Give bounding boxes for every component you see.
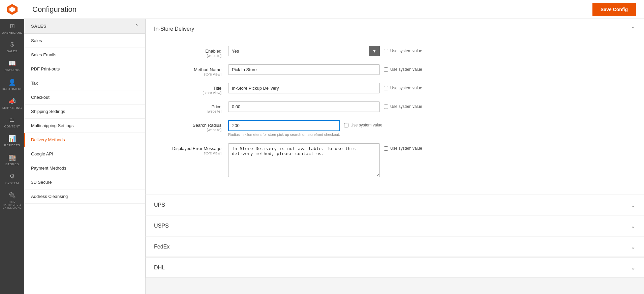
top-header: Configuration Save Config bbox=[24, 0, 644, 19]
search-radius-label: Search Radius [website] bbox=[154, 120, 228, 132]
ups-expand-icon: ⌄ bbox=[631, 201, 636, 209]
enabled-system-value: Use system value bbox=[384, 46, 422, 53]
method-name-system-value-checkbox[interactable] bbox=[384, 67, 388, 72]
fedex-expand-icon: ⌄ bbox=[631, 243, 636, 251]
enabled-control-wrap: Yes No ▼ Use system value bbox=[228, 46, 636, 56]
error-message-label: Displayed Error Message [store view] bbox=[154, 143, 228, 155]
enabled-label: Enabled [website] bbox=[154, 46, 228, 58]
nav-item-payment-methods[interactable]: Payment Methods bbox=[24, 161, 145, 175]
left-nav: SALES ⌃ Sales Sales Emails PDF Print-out… bbox=[24, 19, 146, 294]
reports-icon: 📊 bbox=[8, 135, 16, 142]
search-radius-hint: Radius in kilometers for store pick-up s… bbox=[228, 133, 340, 137]
price-system-value-checkbox[interactable] bbox=[384, 105, 388, 109]
error-message-system-value-label: Use system value bbox=[390, 146, 422, 151]
error-message-system-value: Use system value bbox=[384, 143, 422, 151]
sidebar-item-marketing-label: MARKETING bbox=[2, 106, 22, 110]
chevron-up-icon: ⌃ bbox=[135, 24, 139, 29]
usps-expand-icon: ⌄ bbox=[631, 222, 636, 230]
sidebar-item-catalog-label: CATALOG bbox=[4, 68, 20, 72]
dashboard-icon: ⊞ bbox=[10, 22, 15, 30]
sales-section-label: SALES bbox=[31, 24, 47, 29]
sidebar-item-system[interactable]: ⚙ SYSTEM bbox=[0, 169, 24, 188]
system-icon: ⚙ bbox=[9, 173, 15, 180]
fedex-section-header[interactable]: FedEx ⌄ bbox=[146, 237, 644, 257]
in-store-delivery-collapse-icon: ⌃ bbox=[631, 25, 636, 33]
sidebar-item-stores-label: STORES bbox=[5, 163, 19, 166]
sidebar-item-catalog[interactable]: 📖 CATALOG bbox=[0, 56, 24, 75]
sidebar-item-stores[interactable]: 🏬 STORES bbox=[0, 150, 24, 169]
error-message-label-main: Displayed Error Message bbox=[154, 146, 221, 151]
title-row: Title [store view] Use system value bbox=[154, 83, 636, 95]
nav-item-shipping-settings[interactable]: Shipping Settings bbox=[24, 105, 145, 119]
search-radius-input[interactable] bbox=[228, 120, 340, 131]
title-system-value: Use system value bbox=[384, 83, 422, 90]
ups-title: UPS bbox=[154, 202, 165, 208]
dhl-expand-icon: ⌄ bbox=[631, 264, 636, 271]
method-name-control-wrap: Use system value bbox=[228, 64, 636, 75]
nav-item-multishipping-settings[interactable]: Multishipping Settings bbox=[24, 119, 145, 133]
in-store-delivery-section: In-Store Delivery ⌃ Enabled [website] bbox=[146, 19, 644, 194]
save-config-button[interactable]: Save Config bbox=[592, 3, 636, 16]
sidebar-item-content-label: CONTENT bbox=[4, 125, 20, 128]
nav-item-pdf-printouts[interactable]: PDF Print-outs bbox=[24, 62, 145, 76]
method-name-input[interactable] bbox=[228, 64, 380, 75]
title-system-value-label: Use system value bbox=[390, 86, 422, 90]
nav-item-delivery-methods[interactable]: Delivery Methods bbox=[24, 133, 145, 147]
sidebar-item-find-partners[interactable]: 🔌 FIND PARTNERS & EXTENSIONS bbox=[0, 188, 24, 213]
error-message-system-value-checkbox[interactable] bbox=[384, 146, 388, 151]
title-system-value-checkbox[interactable] bbox=[384, 86, 388, 90]
dhl-title: DHL bbox=[154, 265, 165, 271]
sidebar-item-sales-label: SALES bbox=[7, 50, 18, 53]
ups-section-header[interactable]: UPS ⌄ bbox=[146, 195, 644, 215]
config-panel: In-Store Delivery ⌃ Enabled [website] bbox=[146, 19, 644, 294]
sidebar-item-dashboard[interactable]: ⊞ DASHBOARD bbox=[0, 19, 24, 38]
price-label: Price [website] bbox=[154, 101, 228, 113]
nav-item-address-cleansing[interactable]: Address Cleansing bbox=[24, 189, 145, 204]
in-store-delivery-section-header[interactable]: In-Store Delivery ⌃ bbox=[146, 19, 644, 39]
page-title: Configuration bbox=[32, 5, 76, 14]
nav-item-sales[interactable]: Sales bbox=[24, 34, 145, 48]
enabled-system-value-label: Use system value bbox=[390, 49, 422, 53]
usps-title: USPS bbox=[154, 223, 169, 229]
nav-item-google-api[interactable]: Google API bbox=[24, 147, 145, 161]
customers-icon: 👤 bbox=[8, 79, 16, 86]
sidebar-item-sales[interactable]: $ SALES bbox=[0, 38, 24, 56]
error-message-row: Displayed Error Message [store view] In-… bbox=[154, 143, 636, 177]
sidebar-item-customers-label: CUSTOMERS bbox=[2, 87, 23, 91]
sidebar-item-customers[interactable]: 👤 CUSTOMERS bbox=[0, 75, 24, 94]
sidebar-item-content[interactable]: 🗂 CONTENT bbox=[0, 113, 24, 131]
dhl-section-header[interactable]: DHL ⌄ bbox=[146, 258, 644, 277]
in-store-delivery-body: Enabled [website] Yes No ▼ bbox=[146, 39, 644, 194]
title-input[interactable] bbox=[228, 83, 380, 93]
method-name-system-value: Use system value bbox=[384, 64, 422, 72]
method-name-row: Method Name [store view] Use system valu… bbox=[154, 64, 636, 76]
search-radius-system-value-checkbox[interactable] bbox=[344, 123, 348, 127]
enabled-row: Enabled [website] Yes No ▼ bbox=[154, 46, 636, 58]
usps-section: USPS ⌄ bbox=[146, 216, 644, 236]
sidebar-item-marketing[interactable]: 📣 MARKETING bbox=[0, 94, 24, 113]
error-message-label-sub: [store view] bbox=[154, 151, 221, 155]
catalog-icon: 📖 bbox=[8, 60, 16, 67]
sidebar-item-system-label: SYSTEM bbox=[5, 181, 19, 185]
sidebar-logo bbox=[0, 0, 24, 19]
title-control-wrap: Use system value bbox=[228, 83, 636, 93]
price-input[interactable] bbox=[228, 101, 380, 112]
sales-section-toggle[interactable]: SALES ⌃ bbox=[24, 19, 145, 34]
ups-section: UPS ⌄ bbox=[146, 195, 644, 215]
nav-item-checkout[interactable]: Checkout bbox=[24, 90, 145, 105]
search-radius-label-sub: [website] bbox=[154, 128, 221, 132]
usps-section-header[interactable]: USPS ⌄ bbox=[146, 216, 644, 236]
search-radius-control-wrap: Radius in kilometers for store pick-up s… bbox=[228, 120, 636, 137]
price-system-value: Use system value bbox=[384, 101, 422, 109]
sidebar-item-reports[interactable]: 📊 REPORTS bbox=[0, 131, 24, 150]
search-radius-row: Search Radius [website] Radius in kilome… bbox=[154, 120, 636, 137]
nav-item-tax[interactable]: Tax bbox=[24, 76, 145, 90]
search-radius-system-value-label: Use system value bbox=[350, 123, 382, 127]
fedex-title: FedEx bbox=[154, 244, 170, 250]
error-message-textarea[interactable]: In-Store Delivery is not available. To u… bbox=[228, 143, 380, 177]
nav-item-sales-emails[interactable]: Sales Emails bbox=[24, 48, 145, 62]
fedex-section: FedEx ⌄ bbox=[146, 237, 644, 257]
nav-item-3d-secure[interactable]: 3D Secure bbox=[24, 175, 145, 189]
enabled-select[interactable]: Yes No bbox=[228, 46, 380, 56]
enabled-system-value-checkbox[interactable] bbox=[384, 49, 388, 53]
